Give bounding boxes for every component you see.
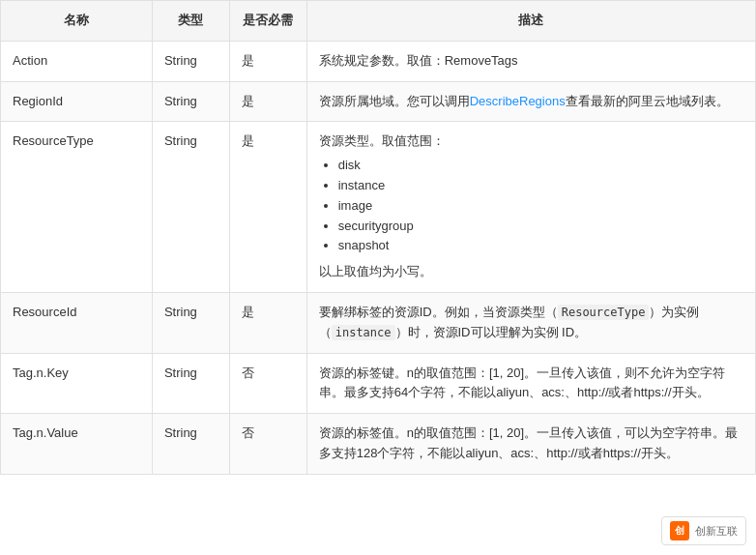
table-row: ResourceTypeString是资源类型。取值范围：diskinstanc… — [1, 122, 756, 293]
cell-description: 资源的标签值。n的取值范围：[1, 20]。一旦传入该值，可以为空字符串。最多支… — [306, 414, 755, 475]
table-row: Tag.n.ValueString否资源的标签值。n的取值范围：[1, 20]。… — [1, 414, 756, 475]
cell-description: 要解绑标签的资源ID。例如，当资源类型（ResourceType）为实例（ins… — [306, 292, 755, 353]
cell-type: String — [152, 41, 229, 81]
table-row: RegionIdString是资源所属地域。您可以调用DescribeRegio… — [1, 81, 756, 122]
cell-description: 资源的标签键。n的取值范围：[1, 20]。一旦传入该值，则不允许为空字符串。最… — [306, 353, 755, 414]
header-name: 名称 — [1, 1, 153, 42]
api-params-table: 名称 类型 是否必需 描述 ActionString是系统规定参数。取值：Rem… — [0, 0, 756, 475]
cell-type: String — [152, 414, 229, 475]
table-row: ResourceIdString是要解绑标签的资源ID。例如，当资源类型（Res… — [1, 292, 756, 353]
cell-description: 系统规定参数。取值：RemoveTags — [306, 41, 755, 81]
cell-required: 是 — [229, 41, 306, 81]
cell-description: 资源所属地域。您可以调用DescribeRegions查看最新的阿里云地域列表。 — [306, 81, 755, 122]
cell-required: 是 — [229, 292, 306, 353]
cell-required: 否 — [229, 353, 306, 414]
cell-type: String — [152, 353, 229, 414]
cell-required: 是 — [229, 122, 306, 293]
cell-description: 资源类型。取值范围：diskinstanceimagesecuritygroup… — [306, 122, 755, 293]
header-required: 是否必需 — [229, 1, 306, 42]
cell-required: 否 — [229, 414, 306, 475]
cell-name: Tag.n.Key — [1, 353, 153, 414]
cell-type: String — [152, 292, 229, 353]
cell-name: RegionId — [1, 81, 153, 122]
cell-name: ResourceType — [1, 122, 153, 293]
cell-name: ResourceId — [1, 292, 153, 353]
cell-type: String — [152, 122, 229, 293]
cell-name: Tag.n.Value — [1, 414, 153, 475]
table-row: Tag.n.KeyString否资源的标签键。n的取值范围：[1, 20]。一旦… — [1, 353, 756, 414]
cell-required: 是 — [229, 81, 306, 122]
cell-name: Action — [1, 41, 153, 81]
describe-regions-link[interactable]: DescribeRegions — [470, 94, 566, 108]
table-row: ActionString是系统规定参数。取值：RemoveTags — [1, 41, 756, 81]
header-description: 描述 — [306, 1, 755, 42]
cell-type: String — [152, 81, 229, 122]
header-type: 类型 — [152, 1, 229, 42]
